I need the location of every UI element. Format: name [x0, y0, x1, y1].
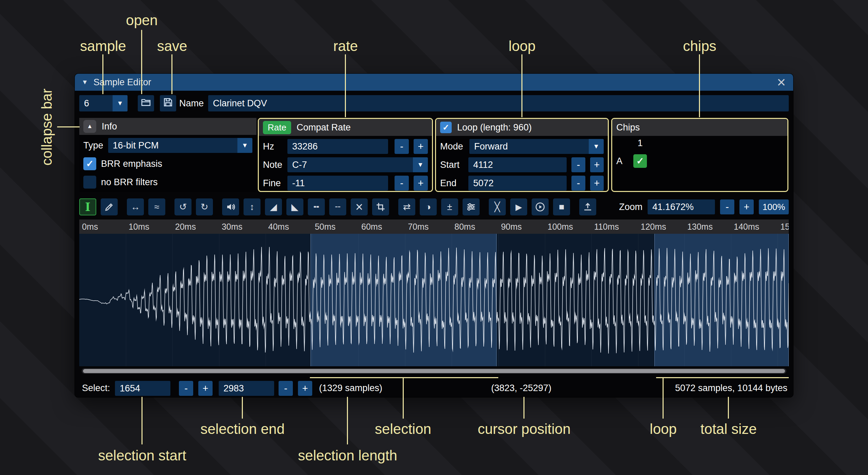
undo-button[interactable]: ↺ — [174, 198, 191, 215]
sample-select[interactable]: 6 ▼ — [79, 95, 128, 111]
apply-silence-button[interactable]: ╌ — [329, 198, 346, 215]
selection-start-input[interactable]: 1654 — [115, 381, 170, 396]
selection-end-input[interactable]: 2983 — [219, 381, 274, 396]
timeline-tick: 10ms — [129, 222, 149, 232]
toolbar-buttons: I↔≈↺↻↕◢◣╍╌×⇄◑±╳▶■ — [79, 198, 605, 215]
cursor-position-text: (3823, -25297) — [491, 383, 551, 393]
annotation-line-selection — [403, 377, 404, 419]
titlebar[interactable]: ▼ Sample Editor × — [75, 74, 793, 91]
edit-mode-button[interactable]: I — [79, 198, 96, 215]
open-button[interactable] — [138, 95, 154, 111]
zoom-reset-button[interactable]: 100% — [759, 199, 789, 214]
resample-button[interactable]: ≈ — [148, 198, 165, 215]
chevron-down-icon[interactable]: ▼ — [589, 139, 604, 154]
hz-decrement-button[interactable]: - — [395, 139, 409, 154]
preview-button[interactable]: ▶ — [510, 198, 527, 215]
fine-input[interactable]: -11 — [287, 176, 388, 191]
delete-icon: × — [355, 200, 363, 214]
window-collapse-icon[interactable]: ▼ — [82, 78, 88, 86]
note-label: Note — [263, 160, 283, 170]
folder-open-icon — [140, 97, 151, 110]
close-icon[interactable]: × — [777, 75, 786, 90]
info-header: ▲ Info — [79, 118, 256, 135]
chip-enable-checkbox[interactable]: ✓ — [633, 154, 647, 168]
annotation-line-selection-start — [141, 397, 143, 444]
hz-input[interactable]: 33286 — [287, 139, 388, 154]
collapse-bar-button[interactable]: ▲ — [83, 120, 96, 133]
fade-in-button[interactable]: ◢ — [265, 198, 282, 215]
loop-end-decrement-button[interactable]: - — [571, 176, 585, 191]
chevron-down-icon[interactable]: ▼ — [413, 157, 428, 172]
zoom-out-button[interactable]: - — [720, 199, 734, 214]
save-button[interactable] — [160, 95, 176, 111]
chevron-down-icon[interactable]: ▼ — [113, 95, 128, 111]
redo-icon: ↻ — [201, 201, 208, 212]
loop-mode-select[interactable]: Forward ▼ — [469, 139, 604, 154]
invert-button[interactable]: ◑ — [420, 198, 437, 215]
brr-emphasis-label: BRR emphasis — [101, 159, 162, 169]
draw-button[interactable] — [101, 198, 118, 215]
brr-emphasis-checkbox[interactable]: ✓ — [83, 157, 96, 170]
zoom-controls: Zoom 41.1672% - + 100% — [619, 199, 789, 214]
note-select[interactable]: C-7 ▼ — [287, 157, 428, 172]
selection-start-decrement-button[interactable]: - — [179, 381, 193, 396]
redo-button[interactable]: ↻ — [196, 198, 213, 215]
filter-button[interactable] — [463, 198, 480, 215]
insert-silence-button[interactable]: ╍ — [308, 198, 325, 215]
loop-start-increment-button[interactable]: + — [590, 157, 604, 172]
trim-icon — [376, 202, 385, 212]
sign-icon: ± — [447, 202, 452, 212]
play-region-button[interactable] — [532, 198, 549, 215]
zoom-input[interactable]: 41.1672% — [648, 199, 715, 214]
loop-end-input[interactable]: 5072 — [468, 176, 567, 191]
resize-button[interactable]: ↔ — [127, 198, 144, 215]
zoom-in-button[interactable]: + — [739, 199, 754, 214]
timeline-tick: 130ms — [687, 222, 713, 232]
stop-button[interactable]: ■ — [553, 198, 570, 215]
import-button[interactable] — [579, 198, 596, 215]
page-background: sample open save rate loop chips collaps… — [0, 0, 868, 475]
trim-button[interactable] — [372, 198, 389, 215]
annotation-line-selection-length — [347, 397, 348, 444]
timeline-tick: 20ms — [175, 222, 196, 232]
fade-out-button[interactable]: ◣ — [286, 198, 303, 215]
fine-increment-button[interactable]: + — [414, 176, 428, 191]
rate-badge[interactable]: Rate — [263, 121, 291, 134]
loop-start-decrement-button[interactable]: - — [571, 157, 585, 172]
sample-row: 6 ▼ Name Clarinet DQV — [79, 95, 789, 111]
waveform-view[interactable] — [79, 234, 789, 366]
fine-decrement-button[interactable]: - — [395, 176, 409, 191]
crossfade-loop-button[interactable]: ╳ — [489, 198, 506, 215]
timeline-ruler[interactable]: 0ms10ms20ms30ms40ms50ms60ms70ms80ms90ms1… — [79, 219, 789, 234]
loop-start-input[interactable]: 4112 — [468, 157, 567, 172]
normalize-button[interactable]: ↕ — [244, 198, 261, 215]
name-input[interactable]: Clarinet DQV — [208, 95, 789, 111]
timeline-tick: 90ms — [501, 222, 522, 232]
no-brr-filters-checkbox[interactable] — [83, 176, 96, 189]
chevron-down-icon[interactable]: ▼ — [237, 138, 252, 153]
selection-end-increment-button[interactable]: + — [298, 381, 312, 396]
fine-label: Fine — [263, 178, 283, 189]
note-select-value: C-7 — [287, 157, 413, 172]
selection-end-decrement-button[interactable]: - — [279, 381, 293, 396]
chip-row-label: A — [616, 156, 628, 166]
waveform-canvas[interactable] — [79, 234, 789, 366]
type-select[interactable]: 16-bit PCM ▼ — [108, 138, 252, 153]
rate-header-label[interactable]: Compat Rate — [297, 122, 351, 133]
annotation-rate: rate — [333, 38, 358, 54]
hz-increment-button[interactable]: + — [414, 139, 428, 154]
selection-start-increment-button[interactable]: + — [198, 381, 213, 396]
annotation-chips: chips — [683, 38, 716, 54]
reverse-button[interactable]: ⇄ — [398, 198, 415, 215]
annotation-selection-start: selection start — [98, 447, 186, 464]
loop-end-increment-button[interactable]: + — [590, 176, 604, 191]
waveform-scrollbar[interactable] — [82, 368, 786, 374]
apply-silence-icon: ╌ — [335, 201, 340, 212]
sign-button[interactable]: ± — [441, 198, 458, 215]
scrollbar-thumb[interactable] — [83, 369, 785, 373]
amplify-button[interactable] — [222, 198, 239, 215]
loop-enable-checkbox[interactable]: ✓ — [440, 122, 452, 133]
delete-button[interactable]: × — [351, 198, 368, 215]
preview-icon: ▶ — [515, 202, 522, 212]
annotation-line-cursor-position — [523, 397, 524, 419]
